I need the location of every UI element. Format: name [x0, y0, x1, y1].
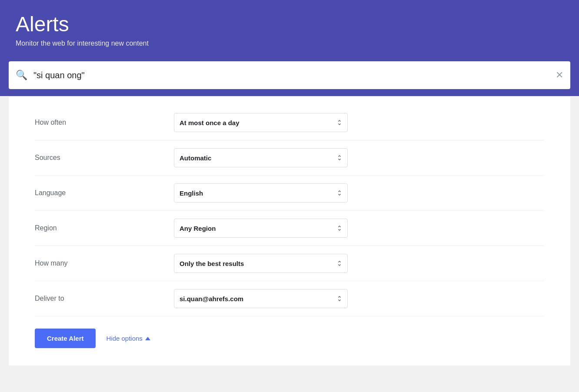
clear-icon[interactable]: ✕ [556, 70, 563, 81]
option-row-region: RegionAny RegionUnited StatesUnited King… [35, 211, 544, 246]
option-label-how-often: How often [35, 119, 174, 126]
option-row-language: LanguageEnglishSpanishFrenchGermanChines… [35, 176, 544, 211]
create-alert-button[interactable]: Create Alert [35, 329, 96, 348]
search-input[interactable] [33, 70, 556, 80]
option-row-deliver-to: Deliver tosi.quan@ahrefs.com [35, 281, 544, 316]
hide-options-link[interactable]: Hide options [106, 335, 150, 342]
option-select-deliver-to[interactable]: si.quan@ahrefs.com [174, 289, 348, 308]
option-row-how-often: How oftenAt most once a dayAt most once … [35, 105, 544, 140]
search-bar: 🔍 ✕ [9, 61, 570, 89]
option-row-how-many: How manyOnly the best resultsAll results [35, 246, 544, 281]
chevron-up-icon [145, 337, 150, 340]
option-label-deliver-to: Deliver to [35, 295, 174, 302]
hide-options-label: Hide options [106, 335, 142, 342]
option-label-region: Region [35, 224, 174, 232]
option-select-how-often[interactable]: At most once a dayAt most once a weekAs-… [174, 113, 348, 132]
option-select-how-many[interactable]: Only the best resultsAll results [174, 254, 348, 273]
page-subtitle: Monitor the web for interesting new cont… [16, 40, 563, 47]
option-select-language[interactable]: EnglishSpanishFrenchGermanChineseJapanes… [174, 183, 348, 203]
option-select-region[interactable]: Any RegionUnited StatesUnited KingdomAus… [174, 219, 348, 238]
option-label-sources: Sources [35, 154, 174, 162]
option-row-sources: SourcesAutomaticBlogsNewsWebVideoBooksDi… [35, 140, 544, 176]
options-panel: How oftenAt most once a dayAt most once … [9, 96, 570, 365]
option-label-language: Language [35, 189, 174, 197]
search-icon: 🔍 [16, 70, 27, 81]
actions-row: Create Alert Hide options [35, 316, 544, 348]
option-label-how-many: How many [35, 259, 174, 267]
header: Alerts Monitor the web for interesting n… [0, 0, 579, 61]
search-bar-container: 🔍 ✕ [0, 61, 579, 96]
page-title: Alerts [16, 12, 563, 36]
option-select-sources[interactable]: AutomaticBlogsNewsWebVideoBooksDiscussio… [174, 148, 348, 167]
